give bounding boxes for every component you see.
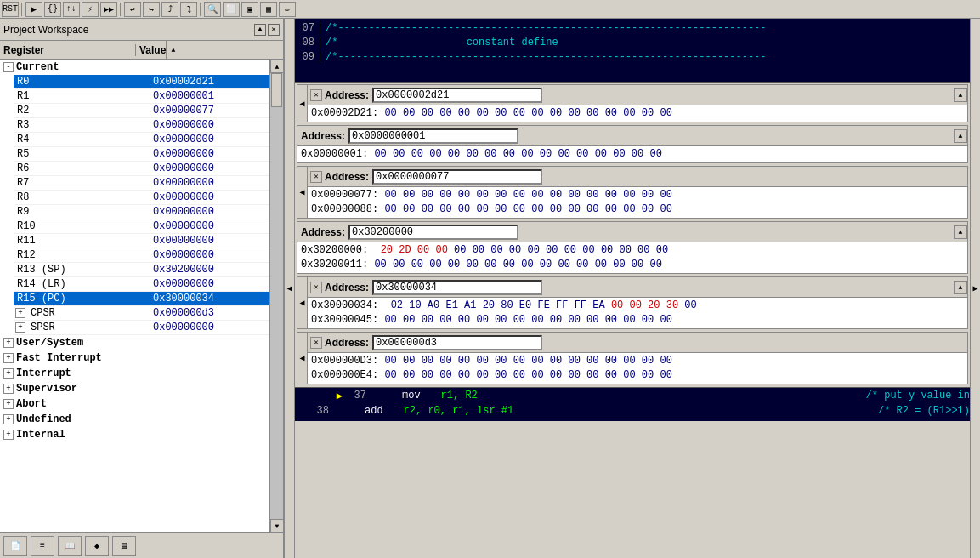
step2-button[interactable]: ↑↓ — [63, 2, 80, 17]
code-line: 09 /*-----------------------------------… — [295, 49, 970, 64]
table-row[interactable]: + SPSR 0x00000000 — [14, 321, 269, 335]
table-row[interactable]: R10 0x00000000 — [14, 219, 269, 234]
reg-value: 0x00000000 — [150, 177, 214, 189]
mem-panel6-collapse[interactable]: ◀ — [297, 333, 308, 384]
table-row[interactable]: R8 0x00000000 — [14, 191, 269, 205]
code-line: 07 /*-----------------------------------… — [295, 20, 970, 35]
asm-comment-1: /* put y value in — [792, 390, 970, 401]
panel-collapse-button[interactable]: ▲ — [254, 24, 266, 36]
mem-panel3-close[interactable]: ✕ — [310, 171, 322, 183]
register-table-header: Register Value ▲ — [0, 41, 283, 60]
mem-data-row: 0x00000077: 00 00 00 00 00 00 00 00 00 0… — [311, 188, 964, 202]
reg-name: R0 — [14, 76, 150, 88]
mem-p1-scroll-up[interactable]: ▲ — [954, 88, 967, 102]
mem-panel2-header: Address: ▲ — [297, 126, 967, 146]
expand-spsr-icon[interactable]: + — [15, 322, 25, 333]
table-row[interactable]: R9 0x00000000 — [14, 205, 269, 219]
reg-name: R13 (SP) — [14, 264, 150, 276]
reg-value: 0x00000000 — [150, 148, 214, 160]
expand-user-icon[interactable]: + — [3, 338, 14, 348]
mem-data-row: 0x30200011: 00 00 00 00 00 00 00 00 00 0… — [301, 258, 964, 272]
bottom-btn-5[interactable]: 🖥 — [112, 536, 136, 556]
panel-close-button[interactable]: ✕ — [268, 24, 280, 36]
memory-panel-3: ◀ ✕ Address: 0x00000077: 00 00 00 00 00 … — [297, 166, 968, 219]
mem-panel4-addr-input[interactable] — [348, 225, 518, 240]
table-row[interactable]: R1 0x00000001 — [14, 89, 269, 104]
panel-collapse-left-arrow[interactable]: ◀ — [285, 19, 295, 558]
bottom-btn-4[interactable]: ◆ — [85, 536, 109, 556]
step-button[interactable]: {} — [44, 2, 61, 17]
memory-panel-4: Address: ▲ 0x30200000: 20 2D 0 — [297, 221, 968, 274]
mem-panel1-addr-input[interactable] — [372, 88, 542, 103]
view-button1[interactable]: 🔍 — [204, 2, 221, 17]
mem-button4[interactable]: ⤵ — [180, 2, 197, 17]
reg-scroll-down[interactable]: ▼ — [270, 519, 283, 532]
step4-button[interactable]: ▶▶ — [100, 2, 117, 17]
table-row[interactable]: R11 0x00000000 — [14, 234, 269, 248]
reg-scroll-up[interactable]: ▲ — [270, 60, 283, 73]
mem-panel1-collapse[interactable]: ◀ — [297, 85, 308, 122]
expand-abort-icon[interactable]: + — [3, 399, 14, 409]
reg-scroll-up-btn[interactable]: ▲ — [166, 41, 179, 59]
section-fast-interrupt: + Fast Interrupt — [0, 350, 269, 366]
mem-panel5-data: 0x30000034: 02 10 A0 E1 A1 20 80 E0 FE F… — [308, 298, 967, 328]
mem-panel5-collapse[interactable]: ◀ — [297, 277, 308, 328]
mem-panel2-addr-input[interactable] — [348, 128, 518, 144]
expand-current-icon[interactable]: - — [3, 62, 14, 72]
mem-panel5-close[interactable]: ✕ — [310, 282, 322, 293]
view-button3[interactable]: ▣ — [241, 2, 258, 17]
expand-fast-icon[interactable]: + — [3, 353, 14, 363]
mem-panel5-addr-input[interactable] — [372, 280, 542, 295]
table-row[interactable]: R3 0x00000000 — [14, 118, 269, 133]
panel-4-content: Address: ▲ 0x30200000: 20 2D 0 — [297, 222, 967, 273]
table-row[interactable]: R13 (SP) 0x30200000 — [14, 263, 269, 277]
bottom-btn-2[interactable]: ≡ — [31, 536, 54, 556]
view-button5[interactable]: ✏ — [279, 2, 296, 17]
project-workspace-panel: Project Workspace ▲ ✕ Register Value ▲ -… — [0, 19, 285, 558]
asm-linenum-2 — [295, 405, 309, 417]
col-register-label: Register — [0, 44, 136, 56]
expand-internal-icon[interactable]: + — [3, 430, 14, 440]
bottom-btn-3[interactable]: 📖 — [58, 536, 82, 556]
view-button2[interactable]: ⬜ — [223, 2, 240, 17]
mem-button1[interactable]: ↩ — [124, 2, 141, 17]
reg-scroll-thumb[interactable] — [271, 73, 282, 107]
table-row[interactable]: R14 (LR) 0x00000000 — [14, 277, 269, 292]
mem-panel6-close[interactable]: ✕ — [310, 337, 322, 349]
step3-button[interactable]: ⚡ — [82, 2, 99, 17]
mem-p2-scroll-up[interactable]: ▲ — [954, 129, 967, 143]
mem-panel5-addr-label: Address: — [325, 282, 369, 293]
table-row[interactable]: R0 0x00002d21 — [14, 75, 269, 89]
expand-undefined-icon[interactable]: + — [3, 414, 14, 424]
mem-panel3-addr-input[interactable] — [372, 169, 542, 185]
bottom-btn-1[interactable]: 📄 — [3, 536, 27, 556]
expand-interrupt-icon[interactable]: + — [3, 368, 14, 379]
mem-p5-scroll-up[interactable]: ▲ — [954, 281, 967, 294]
panel-4-with-scroll: Address: ▲ 0x30200000: 20 2D 0 — [297, 222, 967, 273]
table-row[interactable]: R7 0x00000000 — [14, 176, 269, 191]
table-row[interactable]: R6 0x00000000 — [14, 162, 269, 176]
code-line-num: 07 — [295, 22, 320, 34]
table-row[interactable]: R2 0x00000077 — [14, 104, 269, 118]
rst-button[interactable]: RST — [2, 2, 19, 17]
expand-cpsr-icon[interactable]: + — [15, 308, 25, 318]
expand-supervisor-icon[interactable]: + — [3, 384, 14, 394]
mem-button3[interactable]: ⤴ — [161, 2, 178, 17]
mem-panel6-addr-input[interactable] — [372, 335, 542, 350]
panel-6-content: ✕ Address: 0x000000D3: 00 00 00 00 00 00… — [308, 333, 967, 384]
table-row[interactable]: R5 0x00000000 — [14, 147, 269, 162]
table-row[interactable]: R4 0x00000000 — [14, 133, 269, 147]
mem-panel3-collapse[interactable]: ◀ — [297, 167, 308, 218]
run-button[interactable]: ▶ — [25, 2, 42, 17]
panel-collapse-right-arrow[interactable]: ▶ — [970, 19, 980, 558]
mem-p4-scroll-up[interactable]: ▲ — [954, 225, 967, 239]
mem-button2[interactable]: ↪ — [143, 2, 160, 17]
code-line-content: /* constant define — [326, 37, 558, 48]
table-row[interactable]: R15 (PC) 0x30000034 — [14, 292, 269, 306]
table-row[interactable]: + CPSR 0x000000d3 — [14, 306, 269, 321]
reg-value: 0x00000000 — [150, 235, 214, 247]
mem-data-row: 0x30200000: 20 2D 00 00 00 00 00 00 00 0… — [301, 243, 964, 258]
mem-panel1-close[interactable]: ✕ — [310, 89, 322, 101]
table-row[interactable]: R12 0x00000000 — [14, 248, 269, 263]
view-button4[interactable]: ▦ — [260, 2, 277, 17]
